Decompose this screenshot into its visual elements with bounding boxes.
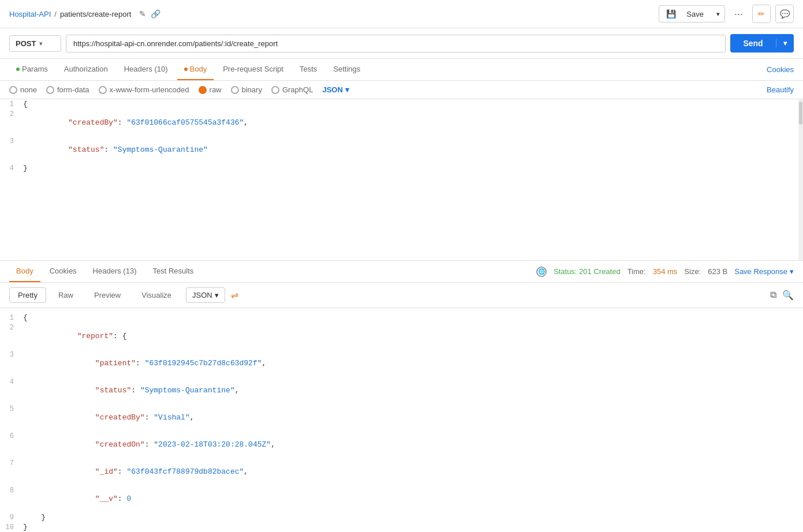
- resp-line-3: 3 "patient": "63f0192945c7b27d8c63d92f",: [0, 350, 803, 377]
- option-graphql[interactable]: GraphQL: [271, 85, 313, 94]
- search-icon[interactable]: 🔍: [782, 290, 794, 301]
- tab-settings-label: Settings: [333, 65, 360, 73]
- req-comma-2: ,: [244, 118, 248, 127]
- beautify-button[interactable]: Beautify: [767, 85, 794, 94]
- resp-linenum-2: 2: [0, 323, 23, 332]
- send-dropdown-arrow[interactable]: ▾: [776, 39, 794, 47]
- raw-radio[interactable]: [199, 86, 207, 94]
- tab-headers-label: Headers (10): [124, 65, 168, 73]
- graphql-radio[interactable]: [271, 86, 279, 94]
- request-tabs: Params Authorization Headers (10) Body P…: [0, 59, 803, 81]
- resp-content-1: {: [23, 313, 803, 322]
- req-val-status: "Symptoms-Quarantine": [113, 145, 208, 154]
- resp-line-2: 2 "report": {: [0, 323, 803, 350]
- resp-line-5: 5 "createdBy": "Vishal",: [0, 404, 803, 431]
- req-linenum-3: 3: [0, 137, 23, 145]
- resp-line-6: 6 "createdOn": "2023-02-18T03:20:28.045Z…: [0, 431, 803, 458]
- save-icon: 💾: [659, 6, 678, 22]
- fmt-visualize-label: Visualize: [141, 291, 171, 299]
- response-code-area: 1 { 2 "report": { 3 "patient": "63f01929…: [0, 308, 803, 532]
- resp-json-label: JSON: [192, 291, 212, 299]
- resp-linenum-4: 4: [0, 377, 23, 386]
- more-options-button[interactable]: ···: [730, 6, 748, 23]
- tab-pre-request[interactable]: Pre-request Script: [216, 59, 290, 80]
- breadcrumb-icons: ✎ 🔗: [139, 9, 160, 18]
- tab-authorization-label: Authorization: [64, 65, 108, 73]
- fmt-tab-visualize[interactable]: Visualize: [133, 287, 180, 303]
- req-linenum-1: 1: [0, 100, 23, 108]
- link-icon[interactable]: 🔗: [151, 9, 160, 18]
- save-button[interactable]: Save: [678, 6, 712, 22]
- option-none[interactable]: none: [9, 85, 37, 94]
- resp-line-1: 1 {: [0, 313, 803, 323]
- resp-content-2: "report": {: [23, 323, 803, 349]
- tab-params-label: Params: [22, 65, 48, 73]
- fmt-tab-raw[interactable]: Raw: [50, 287, 82, 303]
- resp-content-3: "patient": "63f0192945c7b27d8c63d92f",: [23, 350, 803, 376]
- request-scrollbar-v[interactable]: [798, 99, 803, 260]
- save-response-button[interactable]: Save Response ▾: [734, 267, 794, 276]
- req-linenum-2: 2: [0, 110, 23, 118]
- filter-icon[interactable]: ⇌: [231, 290, 238, 301]
- method-select[interactable]: POST ▾: [9, 35, 61, 52]
- json-format-select[interactable]: JSON ▾: [322, 85, 349, 94]
- fmt-tab-preview[interactable]: Preview: [85, 287, 129, 303]
- tab-tests-label: Tests: [300, 65, 317, 73]
- x-www-radio[interactable]: [99, 86, 107, 94]
- pencil-icon[interactable]: ✏: [752, 5, 771, 23]
- save-button-group[interactable]: 💾 Save ▾: [659, 5, 725, 23]
- tab-params[interactable]: Params: [9, 59, 55, 80]
- resp-tab-body[interactable]: Body: [9, 261, 40, 282]
- req-line-1: 1 {: [0, 99, 803, 109]
- copy-icon[interactable]: ⧉: [770, 290, 776, 301]
- url-bar: POST ▾ Send ▾: [0, 28, 803, 59]
- option-raw[interactable]: raw: [199, 85, 222, 94]
- response-section: Body Cookies Headers (13) Test Results 🌐…: [0, 261, 803, 532]
- save-response-label: Save Response: [734, 267, 787, 276]
- option-binary[interactable]: binary: [231, 85, 262, 94]
- resp-line-4: 4 "status": "Symptoms-Quarantine",: [0, 377, 803, 404]
- fmt-raw-label: Raw: [58, 291, 73, 299]
- tab-settings[interactable]: Settings: [326, 59, 367, 80]
- request-scroll-thumb: [799, 102, 802, 125]
- resp-tab-test-results[interactable]: Test Results: [145, 261, 200, 282]
- tab-body[interactable]: Body: [177, 59, 214, 80]
- req-val-createdBy: "63f01066caf0575545a3f436": [126, 118, 244, 127]
- form-data-radio[interactable]: [46, 86, 54, 94]
- breadcrumb-collection[interactable]: Hospital-API: [9, 10, 51, 18]
- tab-tests[interactable]: Tests: [293, 59, 324, 80]
- option-x-www[interactable]: x-www-form-urlencoded: [99, 85, 189, 94]
- comment-icon[interactable]: 💬: [775, 5, 794, 23]
- tab-headers[interactable]: Headers (10): [117, 59, 175, 80]
- response-size: 623 B: [708, 267, 727, 276]
- resp-linenum-8: 8: [0, 486, 23, 494]
- top-bar: Hospital-API / patients/create-report ✎ …: [0, 0, 803, 28]
- response-json-select[interactable]: JSON ▾: [186, 287, 225, 303]
- resp-linenum-5: 5: [0, 404, 23, 413]
- req-colon-2: :: [118, 118, 127, 127]
- none-radio[interactable]: [9, 86, 17, 94]
- tab-authorization[interactable]: Authorization: [57, 59, 115, 80]
- save-dropdown-arrow[interactable]: ▾: [712, 7, 724, 21]
- resp-line-8: 8 "__v": 0: [0, 485, 803, 512]
- response-time: 354 ms: [653, 267, 678, 276]
- resp-tab-test-results-label: Test Results: [152, 267, 193, 275]
- url-input[interactable]: [66, 35, 726, 53]
- cookies-link[interactable]: Cookies: [767, 59, 794, 80]
- resp-tab-headers[interactable]: Headers (13): [86, 261, 144, 282]
- option-form-data[interactable]: form-data: [46, 85, 89, 94]
- response-status: Status: 201 Created: [554, 267, 621, 276]
- time-label: Time:: [628, 267, 646, 276]
- req-line-2: 2 "createdBy": "63f01066caf0575545a3f436…: [0, 109, 803, 136]
- binary-radio[interactable]: [231, 86, 239, 94]
- resp-json-arrow: ▾: [215, 291, 219, 299]
- edit-icon[interactable]: ✎: [139, 9, 146, 18]
- resp-content-9: }: [23, 513, 803, 522]
- resp-tab-cookies[interactable]: Cookies: [43, 261, 84, 282]
- raw-label: raw: [210, 85, 222, 94]
- send-button[interactable]: Send ▾: [730, 34, 794, 53]
- req-indent-2: [50, 118, 68, 127]
- fmt-tab-pretty[interactable]: Pretty: [9, 287, 46, 303]
- format-right-actions: ⧉ 🔍: [770, 290, 794, 301]
- resp-linenum-9: 9: [0, 513, 23, 522]
